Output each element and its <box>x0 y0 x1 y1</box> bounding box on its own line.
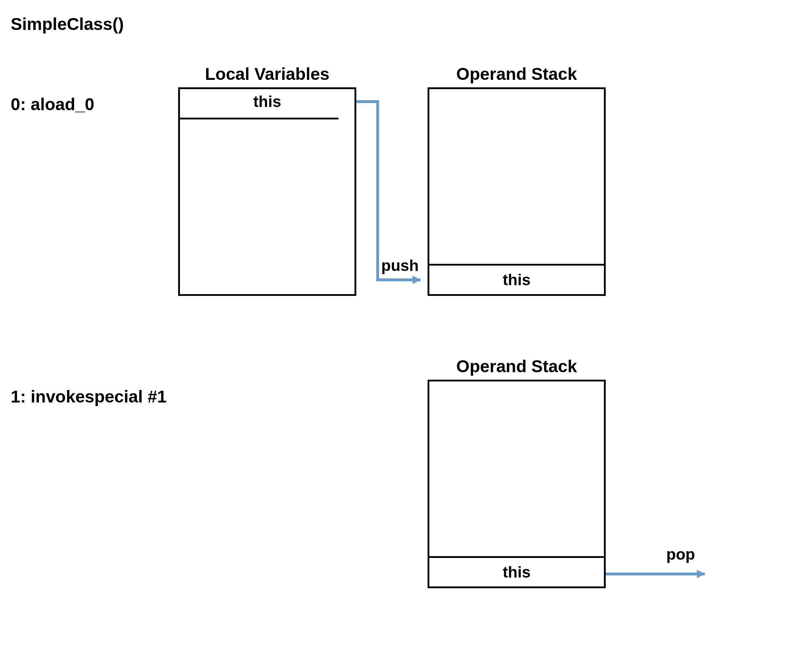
local-variables-title: Local Variables <box>178 64 356 84</box>
operand-stack-2-divider <box>428 556 606 558</box>
operand-stack-1-divider <box>428 264 606 266</box>
local-variables-divider <box>178 118 338 120</box>
class-title: SimpleClass() <box>11 14 124 34</box>
pop-arrow-icon <box>606 567 713 581</box>
instruction-1-label: 1: invokespecial #1 <box>11 387 167 406</box>
push-arrow-label: push <box>381 256 419 275</box>
diagram-canvas: SimpleClass() 0: aload_0 Local Variables… <box>0 0 812 672</box>
operand-stack-1-title: Operand Stack <box>428 64 606 84</box>
instruction-0-label: 0: aload_0 <box>11 94 94 114</box>
local-variables-slot-0: this <box>178 93 356 111</box>
operand-stack-2-bottom: this <box>428 563 606 581</box>
operand-stack-2-title: Operand Stack <box>428 356 606 376</box>
svg-marker-2 <box>697 570 705 578</box>
operand-stack-1-bottom: this <box>428 271 606 289</box>
pop-arrow-label: pop <box>666 545 695 563</box>
svg-marker-0 <box>413 275 420 284</box>
